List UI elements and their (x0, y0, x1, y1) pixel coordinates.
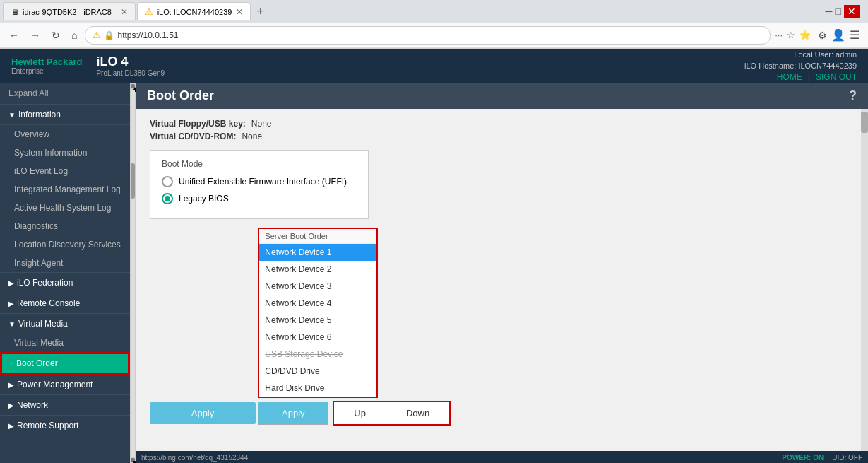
legacy-radio-row[interactable]: Legacy BIOS (162, 193, 357, 204)
boot-item-usb[interactable]: USB Storage Device (259, 346, 376, 363)
home-nav-link[interactable]: HOME (777, 72, 802, 82)
virtual-media-chevron-icon: ▼ (8, 320, 16, 328)
tab-ilo[interactable]: ⚠ iLO: ILOCN74440239 ✕ (137, 2, 251, 20)
browser-maximize-icon[interactable]: □ (836, 6, 841, 17)
sidebar-item-overview[interactable]: Overview (0, 125, 130, 143)
star-icon[interactable]: ⭐ (799, 30, 811, 40)
new-tab-button[interactable]: + (252, 4, 268, 19)
sidebar-item-location-discovery[interactable]: Location Discovery Services (0, 235, 130, 254)
sidebar-item-ilo-federation[interactable]: ▶ iLO Federation (0, 273, 130, 293)
insight-agent-label: Insight Agent (14, 258, 63, 268)
down-button[interactable]: Down (386, 402, 449, 424)
toolbar-icons: ⚙ 👤 ☰ (815, 28, 862, 42)
tab-idrac[interactable]: 🖥 idrac-9QTD5K2 - iDRAC8 - ✕ (3, 2, 136, 20)
tab-idrac-label: idrac-9QTD5K2 - iDRAC8 - (23, 8, 117, 16)
boot-order-label: Boot Order (16, 358, 58, 368)
browser-minimize-icon[interactable]: ─ (826, 6, 833, 17)
boot-item-nd6[interactable]: Network Device 6 (259, 329, 376, 346)
uefi-label: Unified Extensible Firmware Interface (U… (179, 177, 347, 187)
sidebar: Expand All ▼ Information Overview System… (0, 83, 130, 463)
bookmark-icon[interactable]: ☆ (787, 30, 795, 40)
content-with-scrollbar: Virtual Floppy/USB key: None Virtual CD/… (136, 109, 868, 451)
scrollbar-up-arrow[interactable]: ▲ (131, 84, 135, 88)
boot-mode-box: Boot Mode Unified Extensible Firmware In… (150, 150, 369, 219)
sidebar-item-insight-agent[interactable]: Insight Agent (0, 254, 130, 273)
browser-chrome: 🖥 idrac-9QTD5K2 - iDRAC8 - ✕ ⚠ iLO: ILOC… (0, 0, 868, 49)
sidebar-item-integrated-management[interactable]: Integrated Management Log (0, 180, 130, 199)
network-chevron-icon: ▶ (8, 402, 14, 409)
apply-bottom-button[interactable]: Apply (258, 402, 328, 425)
help-icon[interactable]: ? (849, 88, 857, 103)
tab-bar: 🖥 idrac-9QTD5K2 - iDRAC8 - ✕ ⚠ iLO: ILOC… (0, 0, 868, 23)
status-bar: https://bing.com/net/qq_43152344 POWER: … (136, 451, 868, 463)
up-button[interactable]: Up (334, 402, 386, 424)
address-bar: ← → ↻ ⌂ ⚠ 🔒 https://10.0.1.51 ··· ☆ ⭐ ⚙ … (0, 23, 868, 48)
url-text[interactable]: https://10.0.1.51 (117, 30, 763, 40)
boot-item-nd3[interactable]: Network Device 3 (259, 278, 376, 295)
overview-label: Overview (14, 129, 49, 139)
boot-item-nd4[interactable]: Network Device 4 (259, 295, 376, 312)
sidebar-item-virtual-media-cat[interactable]: ▼ Virtual Media (0, 314, 130, 334)
ilo-subtitle: ProLiant DL380 Gen9 (96, 69, 165, 77)
boot-item-nd2[interactable]: Network Device 2 (259, 261, 376, 278)
boot-item-hdd[interactable]: Hard Disk Drive (259, 380, 376, 397)
page-content: Virtual Floppy/USB key: None Virtual CD/… (136, 109, 861, 451)
reload-button[interactable]: ↻ (48, 28, 64, 42)
tab-ilo-warning-icon: ⚠ (145, 6, 153, 17)
url-box[interactable]: ⚠ 🔒 https://10.0.1.51 (85, 26, 771, 45)
extensions-icon[interactable]: ⚙ (818, 30, 827, 41)
sidebar-item-system-information[interactable]: System Information (0, 143, 130, 162)
more-icon[interactable]: ··· (775, 30, 783, 40)
sidebar-item-power-management[interactable]: ▶ Power Management (0, 375, 130, 395)
virtual-floppy-value: None (251, 119, 272, 129)
forward-button[interactable]: → (27, 28, 44, 42)
network-label: Network (17, 400, 48, 410)
hpe-logo: Hewlett Packard Enterprise (11, 57, 82, 75)
uefi-radio-button[interactable] (162, 176, 173, 187)
ilo-federation-chevron-icon: ▶ (8, 279, 14, 287)
content-area: Expand All ▼ Information Overview System… (0, 83, 868, 463)
page-header-bar: Boot Order ? (136, 83, 868, 109)
ilo-event-log-label: iLO Event Log (14, 166, 68, 176)
menu-icon[interactable]: ☰ (850, 28, 860, 42)
sidebar-item-virtual-media[interactable]: Virtual Media (0, 334, 130, 352)
boot-item-nd1[interactable]: Network Device 1 (259, 244, 376, 261)
apply-top-button[interactable]: Apply (150, 402, 256, 424)
scrollbar-down-arrow[interactable]: ▼ (131, 458, 135, 462)
uefi-radio-row[interactable]: Unified Extensible Firmware Interface (U… (162, 176, 357, 187)
boot-item-cd[interactable]: CD/DVD Drive (259, 363, 376, 380)
scrollbar-thumb[interactable] (131, 163, 135, 199)
sidebar-item-diagnostics[interactable]: Diagnostics (0, 217, 130, 235)
information-label: Information (18, 110, 61, 119)
uid-label: UID: OFF (832, 454, 862, 462)
hpe-brand-bottom: Enterprise (11, 67, 82, 75)
ilo-title: iLO 4 (96, 54, 165, 69)
sidebar-item-remote-support[interactable]: ▶ Remote Support (0, 416, 130, 435)
browser-close-icon[interactable]: ✕ (844, 5, 860, 18)
home-button[interactable]: ⌂ (68, 28, 81, 42)
remote-support-label: Remote Support (17, 421, 78, 430)
sidebar-item-boot-order[interactable]: Boot Order (0, 352, 130, 375)
radio-inner-dot (165, 196, 170, 201)
signout-nav-link[interactable]: SIGN OUT (816, 72, 857, 82)
sidebar-item-active-health-log[interactable]: Active Health System Log (0, 199, 130, 217)
diagnostics-label: Diagnostics (14, 221, 58, 231)
virtual-media-cat-label: Virtual Media (18, 319, 68, 329)
sidebar-item-information[interactable]: ▼ Information (0, 105, 130, 125)
back-button[interactable]: ← (6, 28, 23, 42)
sidebar-item-network[interactable]: ▶ Network (0, 395, 130, 416)
page-title: Boot Order (147, 88, 214, 103)
tab-ilo-close[interactable]: ✕ (236, 7, 243, 17)
profile-icon[interactable]: 👤 (831, 28, 845, 42)
sidebar-item-ilo-event-log[interactable]: iLO Event Log (0, 162, 130, 180)
expand-all-button[interactable]: Expand All (0, 83, 130, 105)
legacy-radio-button[interactable] (162, 193, 173, 204)
main-scrollbar-thumb[interactable] (861, 112, 868, 133)
boot-item-nd5[interactable]: Network Device 5 (259, 312, 376, 329)
tab-idrac-close[interactable]: ✕ (121, 7, 128, 17)
power-label: POWER: ON (782, 454, 824, 462)
sidebar-item-remote-console[interactable]: ▶ Remote Console (0, 293, 130, 314)
url-action-icons: ··· ☆ ⭐ (775, 30, 811, 40)
secure-icon: 🔒 (104, 30, 114, 40)
hostname-label: iLO Hostname: ILOCN74440239 (744, 61, 857, 70)
